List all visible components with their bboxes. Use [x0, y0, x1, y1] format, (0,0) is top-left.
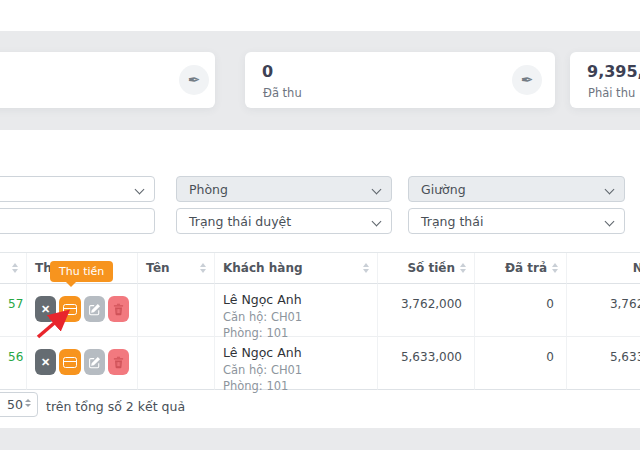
page-size-select[interactable]: 50: [0, 392, 38, 417]
row-amount: 3,762,000: [378, 284, 475, 337]
row-actions: ✕: [27, 337, 138, 390]
bed-filter-select[interactable]: Giường: [408, 176, 625, 202]
chevron-down-icon: [135, 185, 145, 195]
sort-icon[interactable]: [363, 263, 369, 273]
page: ✒ 0 Đã thu ✒ 9,395,000 Phải thu Phòng Gi…: [0, 0, 640, 450]
summary-card-collected: 0 Đã thu ✒: [245, 52, 555, 108]
row-customer: Lê Ngọc Anh Căn hộ: CH01 Phòng: 101: [215, 337, 378, 390]
summary-card-receivable: 9,395,000 Phải thu: [570, 52, 640, 108]
row-paid: 0: [475, 337, 567, 390]
header-paid-label: Đã trả: [505, 261, 547, 275]
delete-button[interactable]: [108, 349, 129, 375]
table-row: 57 ✕: [0, 284, 640, 337]
header-amount[interactable]: Số tiền: [378, 253, 475, 284]
delete-button[interactable]: [108, 296, 129, 322]
row-customer: Lê Ngọc Anh Căn hộ: CH01 Phòng: 101: [215, 284, 378, 337]
table-row: 56 ✕: [0, 337, 640, 390]
sort-icon[interactable]: [12, 263, 18, 273]
pen-icon: ✒: [188, 73, 201, 88]
approval-status-select[interactable]: Trạng thái duyệt: [176, 208, 392, 234]
thu-tien-tooltip: Thu tiền: [50, 261, 113, 282]
header-paid[interactable]: Đã trả: [475, 253, 567, 284]
row-debt: 3,762,000: [567, 284, 640, 337]
room-filter-select[interactable]: Phòng: [176, 176, 392, 202]
customer-name: Lê Ngọc Anh: [223, 292, 369, 307]
chevron-down-icon: [372, 185, 382, 195]
credit-card-icon: [63, 357, 77, 368]
header-amount-label: Số tiền: [407, 261, 455, 275]
close-icon: ✕: [41, 357, 50, 368]
page-size-value: 50: [7, 397, 23, 412]
bed-filter-label: Giường: [421, 182, 466, 197]
header-debt[interactable]: Nợ: [567, 253, 640, 284]
row-debt: 5,633,000: [567, 337, 640, 390]
card-label: Phải thu: [588, 86, 635, 100]
approval-status-label: Trạng thái duyệt: [189, 214, 291, 229]
row-id: 57: [0, 284, 27, 337]
edit-button[interactable]: [84, 296, 105, 322]
pen-icon: ✒: [521, 73, 534, 88]
row-paid: 0: [475, 284, 567, 337]
annotation-arrow: [26, 300, 78, 342]
header-debt-label: Nợ: [633, 261, 640, 275]
header-customer-label: Khách hàng: [223, 261, 303, 275]
header-id[interactable]: [0, 253, 27, 284]
chevron-down-icon: [372, 217, 382, 227]
row-amount: 5,633,000: [378, 337, 475, 390]
header-name-label: Tên: [146, 261, 170, 275]
row-name: [138, 337, 215, 390]
trash-icon: [113, 303, 124, 316]
status-label: Trạng thái: [421, 214, 483, 229]
customer-room: Phòng: 101: [223, 379, 369, 393]
card-value: 0: [262, 62, 273, 81]
status-select[interactable]: Trạng thái: [408, 208, 625, 234]
pen-icon-button[interactable]: ✒: [179, 65, 209, 95]
trash-icon: [113, 356, 124, 369]
pencil-square-icon: [88, 303, 101, 316]
sort-icon[interactable]: [552, 263, 558, 273]
header-name[interactable]: Tên: [138, 253, 215, 284]
sort-icon[interactable]: [200, 263, 206, 273]
customer-apartment: Căn hộ: CH01: [223, 363, 369, 377]
chevron-down-icon: [605, 217, 615, 227]
chevron-down-icon: [605, 185, 615, 195]
card-value: 9,395,000: [587, 62, 640, 81]
sort-icon[interactable]: [460, 263, 466, 273]
pen-icon-button[interactable]: ✒: [512, 65, 542, 95]
edit-button[interactable]: [84, 349, 105, 375]
row-id: 56: [0, 337, 27, 390]
row-name: [138, 284, 215, 337]
results-summary: trên tổng số 2 kết quả: [46, 399, 185, 414]
top-bar: [0, 0, 640, 31]
cancel-button[interactable]: ✕: [35, 349, 56, 375]
room-filter-label: Phòng: [189, 182, 228, 197]
customer-apartment: Căn hộ: CH01: [223, 310, 369, 324]
collect-money-button[interactable]: [59, 349, 80, 375]
filter-select-cropped[interactable]: [0, 176, 155, 202]
header-customer[interactable]: Khách hàng: [215, 253, 378, 284]
pencil-square-icon: [88, 356, 101, 369]
card-label: Đã thu: [263, 86, 302, 100]
search-input[interactable]: [0, 208, 155, 234]
summary-card-total: ✒: [0, 52, 215, 108]
spinner-icon: [25, 399, 31, 407]
customer-name: Lê Ngọc Anh: [223, 345, 369, 360]
